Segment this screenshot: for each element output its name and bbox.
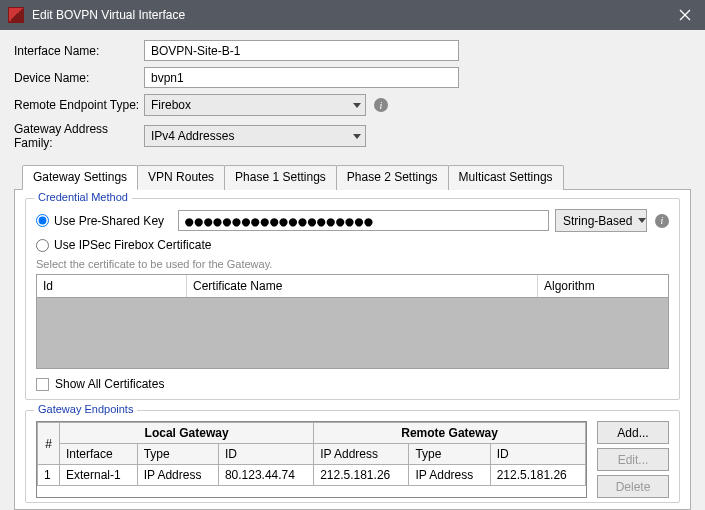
show-all-label: Show All Certificates: [55, 377, 164, 391]
gateway-endpoints-group: Gateway Endpoints # Local Gateway Remote…: [25, 410, 680, 503]
window-title: Edit BOVPN Virtual Interface: [32, 8, 665, 22]
chevron-down-icon: [353, 134, 361, 139]
cert-col-alg[interactable]: Algorithm: [538, 275, 668, 297]
remote-endpoint-label: Remote Endpoint Type:: [14, 98, 144, 112]
endpoints-table: # Local Gateway Remote Gateway Interface…: [36, 421, 587, 498]
psk-radio[interactable]: [36, 214, 49, 227]
remote-endpoint-value: Firebox: [151, 98, 191, 112]
device-name-input[interactable]: [144, 67, 459, 88]
tab-strip: Gateway Settings VPN Routes Phase 1 Sett…: [14, 164, 691, 190]
tab-vpn-routes[interactable]: VPN Routes: [137, 165, 225, 190]
device-name-label: Device Name:: [14, 71, 144, 85]
cell-lid: 80.123.44.74: [218, 465, 313, 486]
cell-rtype: IP Address: [409, 465, 490, 486]
edit-button[interactable]: Edit...: [597, 448, 669, 471]
psk-input[interactable]: [178, 210, 549, 231]
tab-phase1[interactable]: Phase 1 Settings: [224, 165, 337, 190]
chevron-down-icon: [638, 218, 646, 223]
cert-table: Id Certificate Name Algorithm: [36, 274, 669, 369]
tab-gateway-settings[interactable]: Gateway Settings: [22, 165, 138, 190]
delete-button[interactable]: Delete: [597, 475, 669, 498]
chevron-down-icon: [353, 103, 361, 108]
col-local-interface[interactable]: Interface: [60, 444, 138, 465]
gateway-family-select[interactable]: IPv4 Addresses: [144, 125, 366, 147]
cert-table-body: [37, 298, 668, 368]
col-local-gateway[interactable]: Local Gateway: [60, 423, 314, 444]
cert-col-id[interactable]: Id: [37, 275, 187, 297]
cert-col-name[interactable]: Certificate Name: [187, 275, 538, 297]
psk-type-select[interactable]: String-Based: [555, 209, 647, 232]
cell-iface: External-1: [60, 465, 138, 486]
cert-radio-label: Use IPSec Firebox Certificate: [54, 238, 211, 252]
cell-ltype: IP Address: [137, 465, 218, 486]
credential-legend: Credential Method: [34, 191, 132, 203]
add-button[interactable]: Add...: [597, 421, 669, 444]
col-remote-type[interactable]: Type: [409, 444, 490, 465]
interface-name-input[interactable]: [144, 40, 459, 61]
credential-method-group: Credential Method Use Pre-Shared Key Str…: [25, 198, 680, 400]
psk-type-value: String-Based: [563, 214, 632, 228]
tab-phase2[interactable]: Phase 2 Settings: [336, 165, 449, 190]
col-local-type[interactable]: Type: [137, 444, 218, 465]
gateway-family-label: Gateway Address Family:: [14, 122, 144, 150]
endpoint-row[interactable]: 1 External-1 IP Address 80.123.44.74 212…: [38, 465, 586, 486]
cell-num: 1: [38, 465, 60, 486]
col-num[interactable]: #: [38, 423, 60, 465]
col-remote-ip[interactable]: IP Address: [314, 444, 409, 465]
col-local-id[interactable]: ID: [218, 444, 313, 465]
cert-radio[interactable]: [36, 239, 49, 252]
col-remote-id[interactable]: ID: [490, 444, 585, 465]
col-remote-gateway[interactable]: Remote Gateway: [314, 423, 586, 444]
cell-rip: 212.5.181.26: [314, 465, 409, 486]
cert-hint: Select the certificate to be used for th…: [36, 258, 669, 270]
info-icon[interactable]: i: [655, 214, 669, 228]
cell-rid: 212.5.181.26: [490, 465, 585, 486]
info-icon[interactable]: i: [374, 98, 388, 112]
show-all-checkbox[interactable]: [36, 378, 49, 391]
psk-radio-label: Use Pre-Shared Key: [54, 214, 164, 228]
close-button[interactable]: [665, 0, 705, 30]
interface-name-label: Interface Name:: [14, 44, 144, 58]
tab-multicast[interactable]: Multicast Settings: [448, 165, 564, 190]
title-bar: Edit BOVPN Virtual Interface: [0, 0, 705, 30]
gateway-family-value: IPv4 Addresses: [151, 129, 234, 143]
close-icon: [679, 9, 691, 21]
tab-panel-gateway: Credential Method Use Pre-Shared Key Str…: [14, 190, 691, 510]
remote-endpoint-select[interactable]: Firebox: [144, 94, 366, 116]
endpoints-legend: Gateway Endpoints: [34, 403, 137, 415]
app-icon: [8, 7, 24, 23]
